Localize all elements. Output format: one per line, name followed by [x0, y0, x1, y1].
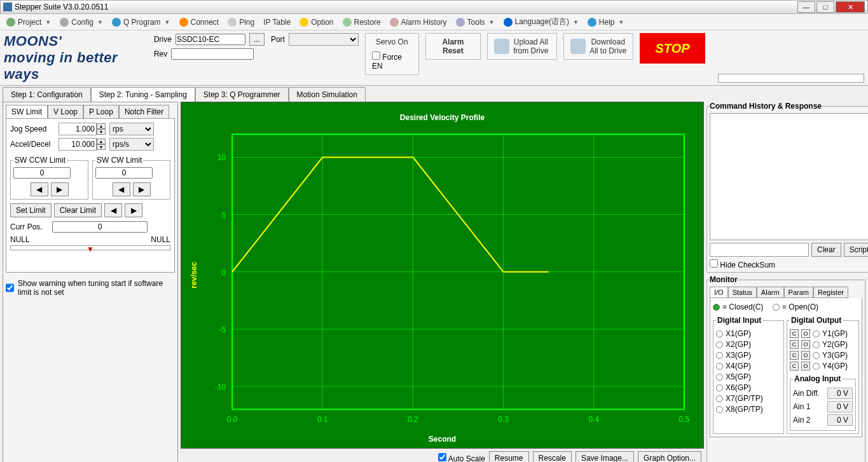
- jog-speed-label: Jog Speed: [10, 125, 55, 133]
- menu-option[interactable]: Option: [296, 17, 337, 28]
- montab-alarm[interactable]: Alarm: [757, 287, 784, 298]
- rev-input[interactable]: [171, 48, 254, 60]
- clear-button[interactable]: Clear: [811, 243, 841, 257]
- clear-limit-button[interactable]: Clear Limit: [54, 203, 102, 217]
- tab-step1[interactable]: Step 1: Configuration: [3, 87, 91, 102]
- warn-checkbox[interactable]: [6, 279, 14, 297]
- cw-input[interactable]: [95, 167, 153, 179]
- ccw-left-button[interactable]: ◀: [31, 182, 48, 196]
- script-button[interactable]: Script: [844, 243, 868, 257]
- accel-input[interactable]: [59, 138, 97, 151]
- download-all-button[interactable]: DownloadAll to Drive: [563, 33, 633, 60]
- jog-unit-select[interactable]: rps: [109, 123, 154, 135]
- limit-left-button[interactable]: ◀: [104, 203, 122, 217]
- ain-0-value: 0 V: [827, 388, 853, 399]
- menu-alarm-history[interactable]: Alarm History: [386, 17, 451, 28]
- rescale-button[interactable]: Rescale: [533, 451, 572, 462]
- montab-io[interactable]: I/O: [710, 287, 728, 298]
- ain-1-value: 0 V: [827, 401, 853, 412]
- accel-dn[interactable]: ▼: [97, 144, 106, 150]
- ccw-input[interactable]: [13, 167, 71, 179]
- history-box[interactable]: [710, 113, 868, 240]
- tab-motion-sim[interactable]: Motion Simulation: [289, 87, 366, 102]
- menu-config[interactable]: Config▼: [56, 17, 107, 28]
- menu-tools[interactable]: Tools▼: [452, 17, 499, 28]
- autoscale-checkbox[interactable]: [438, 453, 446, 461]
- accel-unit-select[interactable]: rps/s: [109, 138, 154, 151]
- minimize-button[interactable]: —: [797, 1, 815, 13]
- null-left: NULL: [10, 235, 30, 244]
- upload-all-button[interactable]: Upload Allfrom Drive: [487, 33, 557, 60]
- autoscale-label[interactable]: Auto Scale: [438, 453, 485, 462]
- accel-up[interactable]: ▲: [97, 139, 106, 144]
- step-tabs: Step 1: Configuration Step 2: Tuning - S…: [3, 87, 865, 102]
- cw-left-button[interactable]: ◀: [113, 182, 130, 196]
- top-config-row: MOONS' moving in better ways Drive ... R…: [0, 31, 868, 86]
- drive-input[interactable]: [176, 34, 245, 45]
- download-icon: [570, 39, 586, 54]
- servo-on-button[interactable]: Servo On Force EN: [365, 33, 419, 75]
- do-2-open[interactable]: O: [801, 340, 810, 349]
- maximize-button[interactable]: □: [816, 1, 834, 13]
- cw-legend: SW CW Limit: [95, 156, 143, 165]
- svg-text:0.4: 0.4: [588, 415, 599, 424]
- montab-register[interactable]: Register: [813, 287, 848, 298]
- force-en-checkbox[interactable]: [372, 51, 380, 60]
- do-4-open[interactable]: O: [801, 362, 810, 370]
- do-1-open[interactable]: O: [801, 329, 810, 338]
- hide-checksum-checkbox[interactable]: [710, 259, 718, 268]
- alarm-reset-button[interactable]: Alarm Reset: [425, 33, 481, 60]
- app-icon: [3, 3, 12, 11]
- do-3-open[interactable]: O: [801, 351, 810, 360]
- menu-qprogram[interactable]: Q Program▼: [108, 17, 174, 28]
- do-1-close[interactable]: C: [790, 329, 799, 338]
- subtab-vloop[interactable]: V Loop: [48, 105, 83, 118]
- tab-step2[interactable]: Step 2: Tuning - Sampling: [91, 87, 195, 102]
- tab-step3[interactable]: Step 3: Q Programmer: [195, 87, 289, 102]
- stop-button[interactable]: STOP: [640, 33, 705, 64]
- position-slider[interactable]: ▼: [10, 245, 170, 250]
- ccw-right-button[interactable]: ▶: [51, 182, 69, 196]
- do-4-close[interactable]: C: [790, 362, 799, 370]
- montab-status[interactable]: Status: [728, 287, 757, 298]
- titlebar: Stepper Suite V3.0.20.0511 — □ ✕: [0, 0, 868, 14]
- velocity-chart[interactable]: 0.00.10.20.30.40.5-10-50510Desired Veloc…: [181, 102, 704, 449]
- port-select[interactable]: [289, 33, 359, 46]
- svg-text:10: 10: [217, 153, 226, 162]
- history-input[interactable]: [710, 243, 809, 257]
- set-limit-button[interactable]: Set Limit: [10, 203, 52, 217]
- do-2-close[interactable]: C: [790, 340, 799, 349]
- montab-param[interactable]: Param: [784, 287, 813, 298]
- svg-text:5: 5: [221, 211, 226, 220]
- save-image-button[interactable]: Save Image...: [575, 451, 634, 462]
- graph-option-button[interactable]: Graph Option...: [638, 451, 701, 462]
- close-button[interactable]: ✕: [836, 1, 865, 13]
- menu-connect[interactable]: Connect: [176, 17, 223, 28]
- svg-text:0: 0: [221, 268, 226, 277]
- di-6-indicator: [716, 384, 723, 391]
- subtab-swlimit[interactable]: SW Limit: [6, 105, 48, 118]
- menu-help[interactable]: Help▼: [584, 17, 628, 28]
- limit-right-button[interactable]: ▶: [125, 203, 142, 217]
- di-2-indicator: [716, 341, 723, 348]
- resume-button[interactable]: Resume: [489, 451, 529, 462]
- jog-dn[interactable]: ▼: [97, 129, 106, 135]
- menu-iptable[interactable]: IP Table: [259, 17, 294, 28]
- rev-label: Rev: [154, 50, 167, 58]
- cw-right-button[interactable]: ▶: [133, 182, 151, 196]
- svg-text:0.3: 0.3: [498, 415, 509, 424]
- history-panel: Command History & Response Clear Script …: [706, 102, 868, 273]
- menu-project[interactable]: Project▼: [3, 17, 55, 28]
- subtab-notch[interactable]: Notch Filter: [119, 105, 169, 118]
- monitor-panel: Monitor I/O Status Alarm Param Register …: [706, 275, 865, 462]
- menu-restore[interactable]: Restore: [339, 17, 385, 28]
- menu-language[interactable]: Language(语言)▼: [500, 15, 582, 29]
- subtab-ploop[interactable]: P Loop: [83, 105, 119, 118]
- drive-browse-button[interactable]: ...: [249, 33, 265, 46]
- menu-ping[interactable]: Ping: [224, 17, 258, 28]
- drive-label: Drive: [154, 35, 172, 44]
- upload-icon: [494, 39, 509, 54]
- do-3-close[interactable]: C: [790, 351, 799, 360]
- jog-speed-input[interactable]: [59, 123, 97, 135]
- jog-up[interactable]: ▲: [97, 123, 106, 129]
